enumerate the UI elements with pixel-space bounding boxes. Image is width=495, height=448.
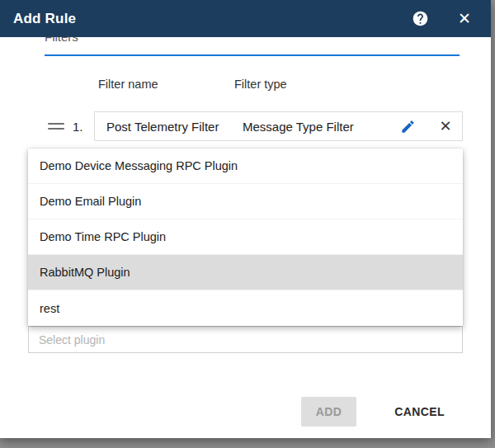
filter-type-value[interactable]: Message Type Filter [243,120,396,134]
row-index: 1. [73,120,94,134]
filter-name-header: Filter name [98,78,234,91]
add-rule-dialog: Add Rule ✕ Filters Filter name Filter ty… [0,0,491,438]
filter-row: 1. Post Telemetry Filter Message Type Fi… [48,111,463,141]
dialog-title: Add Rule [13,11,76,27]
close-x-glyph: ✕ [458,11,471,26]
plugin-option[interactable]: Demo Email Plugin [28,184,463,219]
remove-x-glyph: ✕ [439,119,451,134]
help-icon[interactable] [408,7,431,31]
plugin-option[interactable]: Demo Device Messaging RPC Plugin [28,149,463,184]
dialog-content: Filters Filter name Filter type 1. Post … [0,37,491,438]
remove-filter-icon[interactable]: ✕ [434,115,457,138]
plugin-select-input[interactable] [28,326,463,353]
filters-underline [45,54,460,56]
close-icon[interactable]: ✕ [453,7,476,31]
column-headers: Filter name Filter type [98,78,463,91]
cancel-button[interactable]: CANCEL [380,397,460,427]
filters-label: Filters [45,37,463,48]
filter-name-value[interactable]: Post Telemetry Filter [106,120,243,134]
filter-row-box: Post Telemetry Filter Message Type Filte… [94,111,463,141]
filter-type-header: Filter type [234,78,287,91]
plugin-option[interactable]: RabbitMQ Plugin [28,255,463,290]
dialog-header: Add Rule ✕ [0,0,491,37]
drag-handle-icon[interactable] [48,123,64,130]
plugin-dropdown: Demo Device Messaging RPC Plugin Demo Em… [28,149,463,326]
dialog-footer: ADD CANCEL [301,397,460,427]
edit-filter-icon[interactable] [396,115,419,138]
plugin-option[interactable]: rest [28,290,463,326]
add-button[interactable]: ADD [301,397,357,427]
plugin-option[interactable]: Demo Time RPC Plugin [28,219,463,255]
